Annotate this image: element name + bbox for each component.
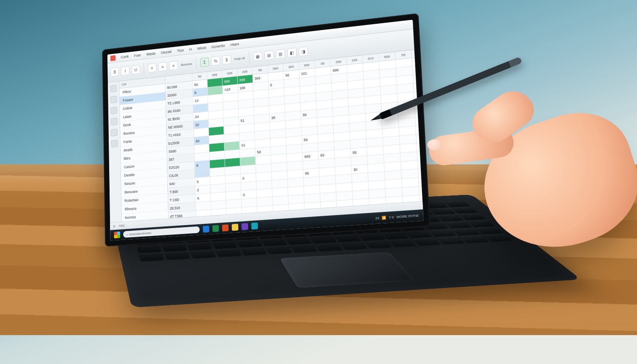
taskbar-app-icon[interactable] <box>203 226 209 233</box>
cell[interactable] <box>412 58 423 66</box>
table-style-button[interactable]: ◧ <box>287 48 296 57</box>
cell[interactable] <box>288 195 304 204</box>
taskbar-app-icon[interactable] <box>212 225 219 232</box>
tool-icon[interactable] <box>111 118 118 125</box>
taskbar-app-icon[interactable] <box>251 223 258 230</box>
cell[interactable] <box>288 186 304 196</box>
grid-rows[interactable]: 80.0688059520836956101896320008A241885TE… <box>166 58 423 218</box>
currency-button[interactable]: $ <box>222 55 231 65</box>
tool-icon[interactable] <box>111 129 118 136</box>
trackpad[interactable] <box>279 252 415 288</box>
cell[interactable] <box>211 192 226 201</box>
underline-button[interactable]: U <box>132 65 140 74</box>
table-style-button[interactable]: ▦ <box>253 51 262 61</box>
align-right-button[interactable]: ≡ <box>169 61 178 71</box>
ribbon-label: Holp oil <box>234 56 245 61</box>
cell[interactable] <box>415 107 423 118</box>
cell[interactable] <box>196 201 211 211</box>
cell[interactable] <box>386 188 403 198</box>
cell[interactable] <box>320 192 337 202</box>
cell[interactable] <box>417 150 423 161</box>
cell[interactable] <box>369 180 386 190</box>
cell[interactable] <box>336 191 353 201</box>
cell[interactable] <box>414 90 423 101</box>
align-center-button[interactable]: ≡ <box>158 62 167 72</box>
cell[interactable] <box>242 198 257 208</box>
table-style-button[interactable]: ◨ <box>299 46 308 56</box>
menu-item[interactable]: H <box>189 47 192 51</box>
start-button-icon[interactable] <box>114 231 120 238</box>
wifi-icon: 📶 <box>382 215 386 220</box>
laptop-screen-bezel: Conk Foer Wasls Otocial Tton H Wicet Gov… <box>102 13 430 247</box>
percent-button[interactable]: % <box>211 56 220 66</box>
menu-item[interactable]: Conk <box>121 54 129 59</box>
search-placeholder: ousovalustrches <box>129 231 152 236</box>
cell[interactable] <box>413 65 423 75</box>
cell[interactable] <box>352 181 369 191</box>
sheet-tab[interactable]: X <box>113 224 115 228</box>
cell[interactable] <box>416 124 423 135</box>
ribbon-label: Bolones <box>181 62 192 66</box>
cell[interactable] <box>352 190 369 200</box>
system-tray[interactable]: 23 📶 7 0 WORE RYFIE <box>375 213 419 220</box>
cell-reference: TRJ <box>119 224 124 228</box>
italic-button[interactable]: I <box>121 66 130 76</box>
menu-item[interactable]: Htars <box>231 42 239 47</box>
menu-item[interactable]: Tton <box>177 48 184 53</box>
cell[interactable]: 0 <box>241 190 257 199</box>
cell[interactable] <box>417 159 422 169</box>
cell[interactable] <box>413 73 423 84</box>
cell[interactable] <box>414 99 423 109</box>
cell[interactable] <box>304 185 320 195</box>
column-header[interactable]: 88 <box>412 48 424 58</box>
cell[interactable] <box>419 185 423 195</box>
tool-icon[interactable] <box>110 107 117 114</box>
cell[interactable]: 6 <box>195 193 211 203</box>
menu-item[interactable]: Wicet <box>197 46 206 51</box>
cell[interactable] <box>226 191 242 200</box>
menu-item[interactable]: Wasls <box>146 51 155 56</box>
spreadsheet-grid[interactable]: 5039859520658560369505383581698105065988… <box>165 50 423 218</box>
menu-item[interactable]: Goverito <box>211 43 225 49</box>
scene: Conk Foer Wasls Otocial Tton H Wicet Gov… <box>0 0 637 364</box>
cell[interactable] <box>414 82 423 92</box>
cell[interactable] <box>211 200 226 210</box>
hand-thumb <box>466 83 540 151</box>
cell[interactable] <box>415 116 423 126</box>
sum-button[interactable]: Σ <box>200 57 209 67</box>
cell[interactable] <box>419 177 423 186</box>
menu-item[interactable]: Foer <box>134 53 141 58</box>
cell[interactable] <box>336 183 352 192</box>
table-style-button[interactable]: ▥ <box>276 49 285 59</box>
tool-icon[interactable] <box>111 140 118 147</box>
taskbar-app-icon[interactable] <box>242 223 248 230</box>
screen: Conk Foer Wasls Otocial Tton H Wicet Gov… <box>107 20 424 240</box>
cell[interactable] <box>385 179 402 189</box>
ribbon-separator <box>248 51 249 64</box>
table-style-button[interactable]: ▤ <box>265 50 274 60</box>
cell[interactable] <box>272 187 288 197</box>
cell[interactable] <box>402 178 419 188</box>
cell[interactable] <box>369 189 386 199</box>
cell[interactable] <box>273 196 289 205</box>
cell[interactable] <box>226 199 242 209</box>
tray-label: WORE RYFIE <box>396 213 419 219</box>
search-icon: ⌕ <box>126 232 128 236</box>
cell[interactable] <box>257 197 273 206</box>
bold-button[interactable]: B <box>110 67 119 76</box>
tool-icon[interactable] <box>110 96 117 103</box>
cell[interactable] <box>256 189 272 198</box>
taskbar-app-icon[interactable] <box>232 224 239 231</box>
tool-icon[interactable] <box>110 85 117 92</box>
menu-item[interactable]: Otocial <box>161 50 172 55</box>
cell[interactable] <box>304 194 321 203</box>
cell[interactable] <box>417 142 423 152</box>
fingernail <box>427 139 442 150</box>
tray-time: 7 0 <box>389 215 394 219</box>
taskbar-app-icon[interactable] <box>222 224 229 231</box>
align-left-button[interactable]: ≡ <box>148 63 156 73</box>
cell[interactable] <box>320 184 336 194</box>
cell[interactable] <box>416 133 423 144</box>
cell[interactable] <box>418 168 423 178</box>
cell[interactable] <box>402 186 420 196</box>
